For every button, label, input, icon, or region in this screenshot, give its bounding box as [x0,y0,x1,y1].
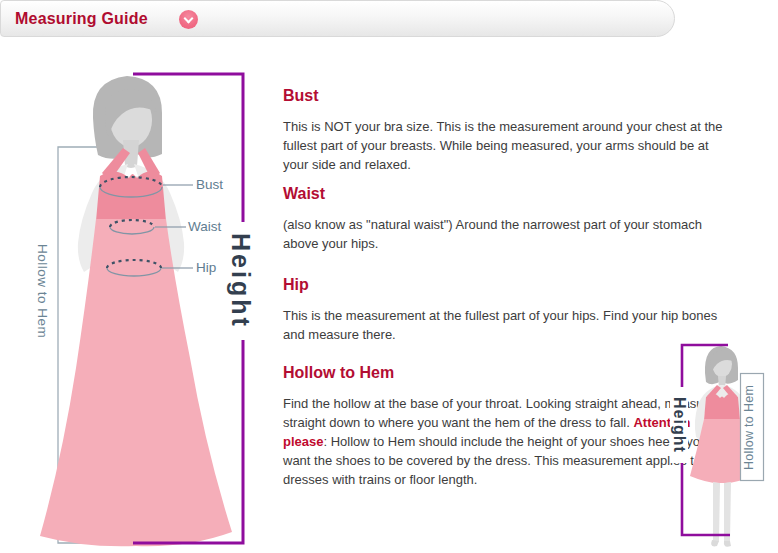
measurement-figure-graphic [28,58,258,550]
height-label: Height [226,222,255,340]
hip-heading: Hip [283,275,725,295]
section-bust: Bust This is NOT your bra size. This is … [283,86,725,174]
bust-label: Bust [196,177,223,192]
page-title: Measuring Guide [1,10,148,28]
section-hip: Hip This is the measurement at the fulle… [283,275,725,344]
bust-description: This is NOT your bra size. This is the m… [283,117,725,174]
chevron-glyph [184,13,194,23]
small-bodice [704,394,740,423]
measurement-diagram: Bust Waist Hip Height Hollow to Hem [28,58,258,550]
bust-heading: Bust [283,86,725,106]
hollow-to-hem-label: Hollow to Hem [35,244,50,376]
hollow-to-hem-description: Find the hollow at the base of your thro… [283,394,725,489]
waist-heading: Waist [283,184,725,204]
short-dress-diagram: Height Hollow to Hem [660,335,778,553]
small-hollow-to-hem-label: Hollow to Hem [742,376,763,478]
section-hollow-to-hem: Hollow to Hem Find the hollow at the bas… [283,363,725,489]
measuring-guide-page: Measuring Guide [0,0,778,553]
small-height-label: Height [670,387,688,463]
waist-label: Waist [188,219,221,234]
hollow-to-hem-heading: Hollow to Hem [283,363,725,383]
section-waist: Waist (also know as "natural waist") Aro… [283,184,725,253]
hip-label: Hip [196,260,216,275]
guide-text-column: Bust This is NOT your bra size. This is … [283,0,725,553]
hip-description: This is the measurement at the fullest p… [283,306,725,344]
waist-description: (also know as "natural waist") Around th… [283,215,725,253]
chevron-down-icon[interactable] [179,10,198,29]
small-feet [711,540,731,547]
dress-bodice [96,171,166,226]
hollow-body-rest: : Hollow to Hem should include the heigh… [283,434,707,487]
